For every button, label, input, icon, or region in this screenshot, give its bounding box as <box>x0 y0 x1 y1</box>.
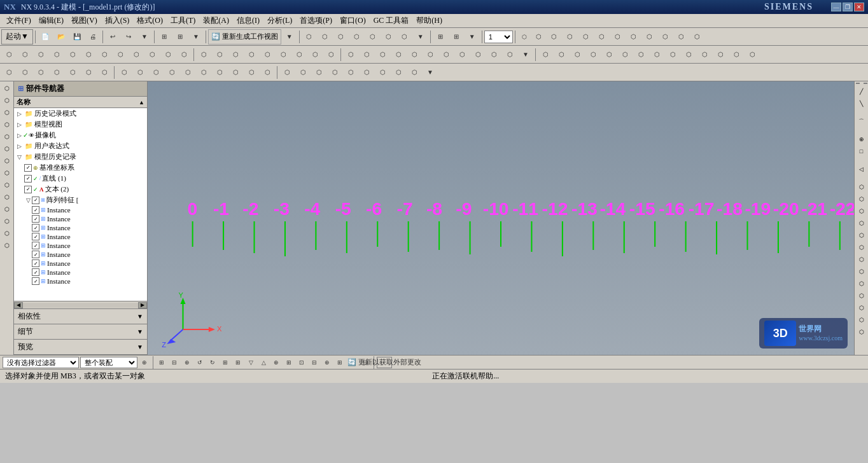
tb3-btn21[interactable]: ⬡ <box>327 65 342 80</box>
tb3-btn1[interactable]: ⬡ <box>1 65 17 80</box>
tree-item-instance-2[interactable]: ⊞ Instance <box>14 223 147 232</box>
tb2-btn10[interactable]: ⬡ <box>144 47 160 62</box>
tb3-btn15[interactable]: ⬡ <box>228 65 243 80</box>
right-icon-7[interactable]: □ <box>856 146 867 157</box>
tb2-btn37[interactable]: ⬡ <box>601 47 617 62</box>
right-icon-13[interactable]: ⬡ <box>856 205 867 217</box>
right-icon-8[interactable] <box>856 158 867 163</box>
menu-item-l[interactable]: 分析(L) <box>263 14 296 27</box>
orient-btn3[interactable]: ⬡ <box>547 29 562 45</box>
menu-item-p[interactable]: 首选项(P) <box>296 14 336 27</box>
tb2-btn2[interactable]: ⬡ <box>17 47 32 62</box>
orient-btn7[interactable]: ⬡ <box>610 29 626 45</box>
right-icon-2[interactable]: ╲ <box>856 98 867 109</box>
snap-btn6[interactable]: ⊞ <box>220 357 231 368</box>
left-icon-14[interactable]: ⬡ <box>1 240 13 251</box>
expand-modelhistory[interactable]: ▽ <box>15 153 23 161</box>
hscroll-track[interactable] <box>23 303 138 308</box>
right-icon-3[interactable] <box>856 110 867 115</box>
tree-item-text[interactable]: ✓ A 文本 (2) <box>14 184 147 195</box>
left-icon-7[interactable]: ⬡ <box>1 155 13 167</box>
tb2-btn32[interactable]: ⬡ <box>502 47 517 62</box>
snap-btn5[interactable]: ↻ <box>207 357 218 368</box>
snap-btn14[interactable]: ⊕ <box>321 357 333 368</box>
view-btn3[interactable]: ⬡ <box>333 29 349 45</box>
tree-item-instance-5[interactable]: ⊞ Instance <box>14 250 147 259</box>
tb2-btn18[interactable]: ⬡ <box>276 47 291 62</box>
nav-section-detail[interactable]: 细节 ▼ <box>14 324 147 340</box>
tb3-btn23[interactable]: ⬡ <box>359 65 374 80</box>
snap-btn12[interactable]: ⊡ <box>296 357 307 368</box>
tb3-btn7[interactable]: ⬡ <box>97 65 112 80</box>
tb2-btn43[interactable]: ⬡ <box>697 47 712 62</box>
snap-btn11[interactable]: ⊞ <box>283 357 295 368</box>
nav-section-preview[interactable]: 预览 ▼ <box>14 340 147 355</box>
hscroll-right[interactable]: ▶ <box>138 302 147 308</box>
view-btn4[interactable]: ⬡ <box>349 29 365 45</box>
tb2-btn6[interactable]: ⬡ <box>81 47 96 62</box>
tree-item-history[interactable]: ▷ 📁 历史记录模式 <box>14 108 147 119</box>
tb3-btn4[interactable]: ⬡ <box>49 65 64 80</box>
tb2-btn40[interactable]: ⬡ <box>649 47 664 62</box>
tb3-btn16[interactable]: ⬡ <box>244 65 259 80</box>
instance-checkbox-5[interactable] <box>32 251 39 258</box>
menu-item-o[interactable]: 窗口(O) <box>336 14 370 27</box>
expand-expressions[interactable]: ▷ <box>15 142 23 150</box>
tb2-btn24[interactable]: ⬡ <box>375 47 390 62</box>
instance-checkbox-0[interactable] <box>32 206 39 214</box>
tb2-btn5[interactable]: ⬡ <box>65 47 80 62</box>
right-icon-9[interactable]: ◁ <box>856 163 867 175</box>
tb3-btn3[interactable]: ⬡ <box>33 65 48 80</box>
right-icon-18[interactable]: ⬡ <box>856 266 867 277</box>
snap-btn2[interactable]: ⊟ <box>169 357 180 368</box>
tb2-btn26[interactable]: ⬡ <box>407 47 422 62</box>
tb3-btn10[interactable]: ⬡ <box>148 65 164 80</box>
snap-dropdown[interactable]: ▼ <box>188 29 204 45</box>
left-icon-12[interactable]: ⬡ <box>1 216 13 227</box>
left-icon-13[interactable]: ⬡ <box>1 228 13 239</box>
tb2-btn38[interactable]: ⬡ <box>617 47 633 62</box>
text-checkbox[interactable] <box>24 186 32 193</box>
menu-item-e[interactable]: 编辑(E) <box>35 14 67 27</box>
array-checkbox[interactable] <box>32 197 39 204</box>
instance-checkbox-1[interactable] <box>32 215 39 223</box>
right-icon-10[interactable] <box>856 176 867 181</box>
right-icon-23[interactable]: ⬡ <box>856 326 867 338</box>
snap-btn1[interactable]: ⊞ <box>156 357 167 368</box>
tb2-btn44[interactable]: ⬡ <box>713 47 728 62</box>
instance-checkbox-4[interactable] <box>32 242 39 249</box>
instance-checkbox-7[interactable] <box>32 268 39 276</box>
orient-btn12[interactable]: ⬡ <box>690 29 705 45</box>
tb2-btn16[interactable]: ⬡ <box>244 47 259 62</box>
layout-btn2[interactable]: ⊞ <box>449 29 464 45</box>
open-file-button[interactable]: 📂 <box>53 29 69 45</box>
tb2-btn45[interactable]: ⬡ <box>729 47 744 62</box>
tb2-btn4[interactable]: ⬡ <box>49 47 64 62</box>
tb2-btn21[interactable]: ⬡ <box>323 47 339 62</box>
tb3-btn2[interactable]: ⬡ <box>17 65 32 80</box>
start-button[interactable]: 起动▼ <box>1 29 33 45</box>
filter-btn1[interactable]: ⊕ <box>139 357 150 368</box>
tree-item-expressions[interactable]: ▷ 📁 用户表达式 <box>14 141 147 151</box>
right-icon-5[interactable] <box>856 128 867 133</box>
instance-checkbox-8[interactable] <box>32 277 39 285</box>
view-scale-select[interactable]: 1 <box>484 31 513 43</box>
orient-btn4[interactable]: ⬡ <box>563 29 578 45</box>
update-btn[interactable]: 🔄 更新以获取外部更改 <box>377 357 392 368</box>
orient-btn6[interactable]: ⬡ <box>594 29 610 45</box>
snap-grid-btn2[interactable]: ⊞ <box>172 29 188 45</box>
instance-checkbox-2[interactable] <box>32 224 39 232</box>
left-icon-2[interactable]: ⬡ <box>1 95 13 106</box>
tb2-btn20[interactable]: ⬡ <box>307 47 323 62</box>
menu-item-t[interactable]: 工具(T) <box>167 14 199 27</box>
right-icon-12[interactable]: ⬡ <box>856 193 867 205</box>
tb2-btn3[interactable]: ⬡ <box>33 47 48 62</box>
view-btn1[interactable]: ⬡ <box>302 29 317 45</box>
menu-item-v[interactable]: 视图(V) <box>67 14 101 27</box>
tb2-btn42[interactable]: ⬡ <box>681 47 696 62</box>
right-icon-1[interactable]: ╱ <box>856 86 867 97</box>
orient-btn2[interactable]: ⬡ <box>532 30 546 44</box>
tb3-btn19[interactable]: ⬡ <box>295 65 311 80</box>
orient-btn9[interactable]: ⬡ <box>642 29 657 45</box>
right-icon-21[interactable]: ⬡ <box>856 302 867 314</box>
